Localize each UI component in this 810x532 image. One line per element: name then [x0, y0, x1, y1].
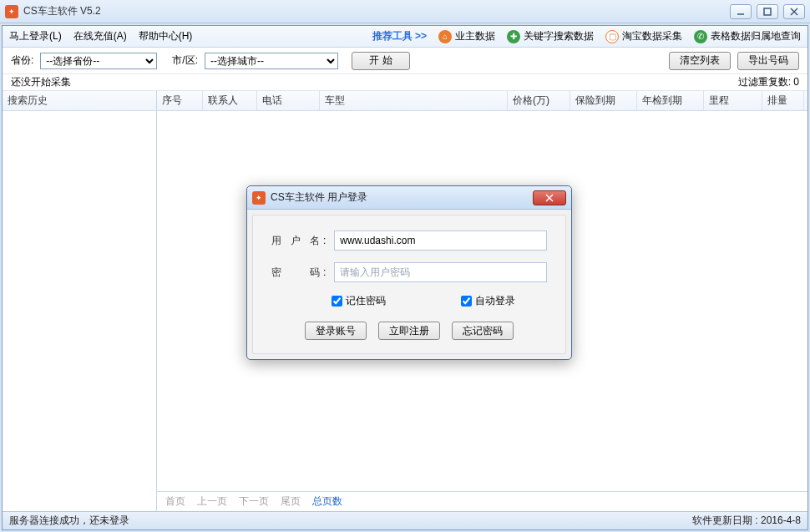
collection-status: 还没开始采集	[11, 75, 71, 89]
dialog-close-button[interactable]	[533, 190, 566, 205]
city-select[interactable]: --选择城市--	[205, 53, 338, 69]
page-next[interactable]: 下一页	[239, 494, 269, 509]
close-button[interactable]	[783, 4, 805, 19]
menu-login[interactable]: 马上登录(L)	[9, 29, 62, 43]
pagination: 首页 上一页 下一页 尾页 总页数	[157, 491, 807, 511]
filter-bar: 省份: --选择省份-- 市/区: --选择城市-- 开 始 清空列表 导出号码	[3, 48, 807, 74]
password-input[interactable]	[334, 262, 547, 282]
city-label: 市/区:	[172, 53, 198, 68]
dialog-title: CS车主软件 用户登录	[271, 190, 533, 205]
window-title: CS车主软件 V5.2	[23, 4, 730, 18]
search-history-body	[3, 111, 156, 511]
province-label: 省份:	[11, 53, 33, 68]
globe-icon: ✚	[507, 30, 520, 43]
dialog-button-row: 登录账号 立即注册 忘记密码	[271, 322, 547, 340]
login-button[interactable]: 登录账号	[305, 322, 367, 340]
password-row: 密 码:	[271, 262, 547, 282]
column-header[interactable]: 年检到期	[637, 91, 704, 110]
column-header[interactable]: 联系人	[203, 91, 257, 110]
username-label: 用户名	[271, 234, 320, 248]
filter-dup: 过滤重复数: 0	[738, 75, 799, 89]
search-history-header: 搜索历史	[3, 91, 156, 111]
app-icon: ✦	[5, 5, 18, 18]
autologin-checkbox[interactable]: 自动登录	[461, 294, 515, 308]
tool-keyword[interactable]: ✚关键字搜索数据	[507, 29, 594, 43]
username-row: 用户名:	[271, 231, 547, 251]
login-dialog: ✦ CS车主软件 用户登录 用户名: 密 码: 记住密码 自动登录 登录账号 立…	[246, 185, 572, 360]
column-header[interactable]: 车型	[320, 91, 508, 110]
column-header[interactable]: 排量	[762, 91, 804, 110]
maximize-button[interactable]	[757, 4, 778, 19]
username-input[interactable]	[334, 231, 547, 251]
password-label: 密 码	[271, 266, 320, 280]
table-header: 序号联系人电话车型价格(万)保险到期年检到期里程排量	[157, 91, 807, 111]
column-header[interactable]: 电话	[257, 91, 320, 110]
register-button[interactable]: 立即注册	[378, 322, 440, 340]
update-info: 软件更新日期 : 2016-4-8	[692, 514, 801, 528]
menu-help[interactable]: 帮助中心(H)	[139, 29, 193, 43]
minimize-button[interactable]	[730, 4, 752, 19]
tool-owner[interactable]: ⌂业主数据	[438, 29, 495, 43]
column-header[interactable]: 价格(万)	[508, 91, 570, 110]
menubar: 马上登录(L) 在线充值(A) 帮助中心(H) 推荐工具 >> ⌂业主数据 ✚关…	[3, 26, 807, 48]
remember-checkbox[interactable]: 记住密码	[332, 294, 386, 308]
svg-rect-1	[764, 8, 771, 15]
checkbox-row: 记住密码 自动登录	[271, 294, 547, 308]
window-controls	[730, 4, 805, 19]
page-first[interactable]: 首页	[165, 494, 185, 509]
titlebar: ✦ CS车主软件 V5.2	[0, 0, 810, 23]
export-button[interactable]: 导出号码	[737, 52, 799, 70]
menu-recharge[interactable]: 在线充值(A)	[73, 29, 127, 43]
page-last[interactable]: 尾页	[281, 494, 301, 509]
collection-status-bar: 还没开始采集 过滤重复数: 0	[3, 74, 807, 91]
dialog-body: 用户名: 密 码: 记住密码 自动登录 登录账号 立即注册 忘记密码	[252, 215, 566, 354]
app-icon: ✦	[252, 191, 266, 205]
start-button[interactable]: 开 始	[352, 52, 410, 70]
connection-status: 服务器连接成功，还未登录	[9, 514, 129, 528]
bottom-status-bar: 服务器连接成功，还未登录 软件更新日期 : 2016-4-8	[3, 511, 807, 529]
page-prev[interactable]: 上一页	[197, 494, 227, 509]
column-header[interactable]: 序号	[157, 91, 203, 110]
page-total[interactable]: 总页数	[312, 494, 342, 509]
province-select[interactable]: --选择省份--	[40, 53, 157, 69]
house-icon: ⌂	[438, 30, 452, 43]
clear-list-button[interactable]: 清空列表	[669, 52, 731, 70]
dialog-titlebar: ✦ CS车主软件 用户登录	[247, 186, 571, 210]
phone-icon: ✆	[694, 30, 707, 43]
forgot-button[interactable]: 忘记密码	[452, 322, 514, 340]
left-pane: 搜索历史	[3, 91, 157, 511]
bag-icon: ▢	[605, 30, 619, 43]
column-header[interactable]: 里程	[704, 91, 762, 110]
column-header[interactable]: 保险到期	[570, 91, 637, 110]
tool-taobao[interactable]: ▢淘宝数据采集	[605, 29, 682, 43]
tool-table-query[interactable]: ✆表格数据归属地查询	[694, 29, 801, 43]
recommend-label: 推荐工具 >>	[372, 29, 427, 43]
